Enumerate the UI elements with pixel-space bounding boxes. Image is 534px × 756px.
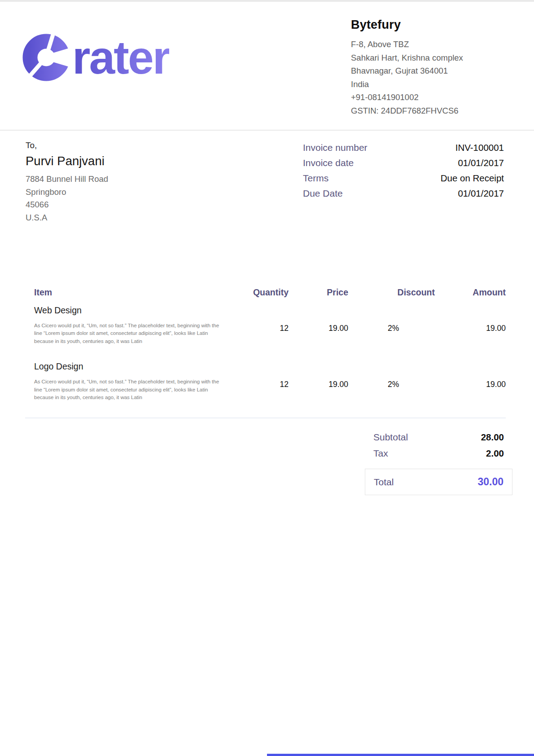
company-gstin: GSTIN: 24DDF7682FHVCS6 [351, 104, 511, 118]
item-amount: 19.00 [435, 380, 506, 389]
items-table: Item Quantity Price Discount Amount Web … [25, 287, 506, 418]
footer-accent-bar [267, 754, 534, 756]
table-row: Logo Design As Cicero would put it, “Um,… [25, 361, 506, 401]
item-cell: Web Design As Cicero would put it, “Um, … [25, 305, 230, 345]
invoice-header: rater Bytefury F-8, Above TBZ Sahkari Ha… [0, 0, 534, 131]
customer-address-line: U.S.A [26, 211, 108, 224]
column-header-quantity: Quantity [230, 287, 289, 298]
company-name: Bytefury [351, 18, 511, 32]
item-description: As Cicero would put it, “Um, not so fast… [34, 378, 223, 401]
total-value: 30.00 [477, 476, 503, 488]
total-box: Total 30.00 [365, 469, 512, 495]
bill-to-block: To, Purvi Panjvani 7884 Bunnel Hill Road… [26, 141, 108, 224]
top-border [0, 0, 534, 2]
item-price: 19.00 [289, 324, 348, 333]
invoice-date-label: Invoice date [303, 158, 354, 168]
tax-value: 2.00 [486, 448, 504, 459]
company-info: Bytefury F-8, Above TBZ Sahkari Hart, Kr… [351, 18, 511, 117]
table-divider [25, 418, 506, 418]
item-name: Logo Design [34, 361, 230, 372]
table-row: Web Design As Cicero would put it, “Um, … [25, 305, 506, 345]
bill-to-intro: To, [26, 141, 108, 150]
item-discount: 2% [348, 324, 435, 333]
totals-section: Subtotal 28.00 Tax 2.00 Total 30.00 [365, 432, 512, 495]
customer-name: Purvi Panjvani [26, 154, 108, 168]
invoice-date-value: 01/01/2017 [458, 158, 504, 168]
column-header-discount: Discount [348, 287, 435, 298]
invoice-number-value: INV-100001 [455, 142, 504, 153]
subtotal-label: Subtotal [373, 432, 408, 443]
subtotal-row: Subtotal 28.00 [365, 432, 512, 443]
terms-row: Terms Due on Receipt [303, 173, 504, 184]
invoice-info-section: To, Purvi Panjvani 7884 Bunnel Hill Road… [0, 131, 534, 224]
item-price: 19.00 [289, 380, 348, 389]
items-table-header: Item Quantity Price Discount Amount [25, 287, 506, 298]
crater-logo: rater [22, 33, 169, 82]
tax-row: Tax 2.00 [365, 448, 512, 459]
company-address-line: Sahkari Hart, Krishna complex [351, 51, 511, 65]
item-name: Web Design [34, 305, 230, 316]
column-header-price: Price [289, 287, 348, 298]
subtotal-value: 28.00 [481, 432, 504, 443]
customer-address-line: 45066 [26, 198, 108, 211]
invoice-number-row: Invoice number INV-100001 [303, 142, 504, 153]
company-address-line: India [351, 78, 511, 91]
crater-wordmark: rater [72, 34, 169, 81]
customer-address-line: 7884 Bunnel Hill Road [26, 173, 108, 186]
invoice-meta-block: Invoice number INV-100001 Invoice date 0… [303, 142, 504, 224]
due-date-row: Due Date 01/01/2017 [303, 188, 504, 199]
crater-logo-c-icon [22, 33, 71, 82]
item-quantity: 12 [230, 324, 289, 333]
total-label: Total [374, 477, 394, 488]
due-date-value: 01/01/2017 [458, 188, 504, 199]
invoice-date-row: Invoice date 01/01/2017 [303, 158, 504, 168]
column-header-amount: Amount [435, 287, 506, 298]
tax-label: Tax [373, 448, 388, 459]
item-cell: Logo Design As Cicero would put it, “Um,… [25, 361, 230, 401]
invoice-number-label: Invoice number [303, 142, 368, 153]
item-quantity: 12 [230, 380, 289, 389]
item-amount: 19.00 [435, 324, 506, 333]
item-description: As Cicero would put it, “Um, not so fast… [34, 322, 223, 345]
company-address-line: F-8, Above TBZ [351, 38, 511, 51]
terms-label: Terms [303, 173, 328, 184]
company-address-line: Bhavnagar, Gujrat 364001 [351, 64, 511, 78]
company-phone: +91-08141901002 [351, 91, 511, 104]
due-date-label: Due Date [303, 188, 343, 199]
terms-value: Due on Receipt [441, 173, 504, 184]
item-discount: 2% [348, 380, 435, 389]
column-header-item: Item [25, 287, 230, 298]
invoice-page: rater Bytefury F-8, Above TBZ Sahkari Ha… [0, 0, 534, 756]
customer-address-line: Springboro [26, 186, 108, 199]
